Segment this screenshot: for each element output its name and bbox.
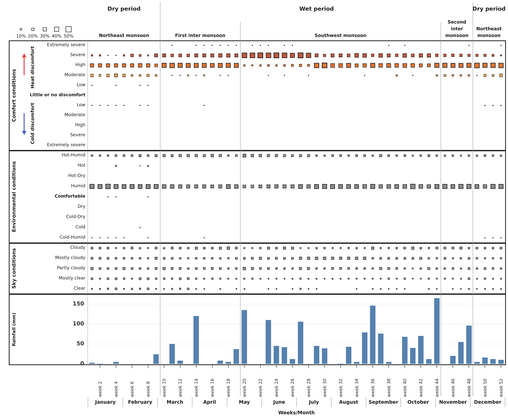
rain-bar xyxy=(410,348,416,364)
marker-square xyxy=(316,247,318,249)
period-label: Dry period xyxy=(448,5,508,12)
marker-square xyxy=(123,267,125,270)
row-label: Partly cloudy xyxy=(27,265,85,270)
marker-square xyxy=(203,154,206,157)
marker-square xyxy=(340,247,342,249)
week-tick xyxy=(437,365,437,368)
marker-square xyxy=(219,247,222,250)
marker-square xyxy=(452,247,454,249)
gridline xyxy=(88,324,504,324)
rain-bar xyxy=(89,363,95,364)
week-label-text: week 52 xyxy=(498,369,504,397)
marker-dot xyxy=(476,75,478,76)
marker-square xyxy=(163,257,165,260)
marker-square xyxy=(283,185,287,188)
rain-bar xyxy=(322,348,327,364)
panel-group-label: Comfort conditions xyxy=(10,40,17,150)
marker-square xyxy=(138,184,142,189)
rain-bar xyxy=(266,320,271,364)
marker-dot xyxy=(116,85,117,86)
week-label: week 2 xyxy=(97,369,103,397)
marker-square xyxy=(459,54,463,57)
marker-square xyxy=(348,247,350,249)
marker-dot xyxy=(412,75,413,76)
marker-square xyxy=(331,267,334,270)
marker-square xyxy=(403,184,407,189)
legend-label: 40% xyxy=(51,33,62,38)
marker-dot xyxy=(196,75,197,76)
marker-square xyxy=(324,267,325,270)
marker-dot xyxy=(124,237,125,238)
week-tick xyxy=(405,365,405,368)
marker-square xyxy=(107,247,109,249)
marker-square xyxy=(492,257,494,259)
marker-square xyxy=(226,53,230,57)
marker-dot xyxy=(107,55,109,56)
marker-square xyxy=(459,63,463,68)
legend-label: 20% xyxy=(27,33,39,38)
marker-square xyxy=(484,278,486,280)
legend-square-icon xyxy=(66,26,72,32)
marker-dot xyxy=(147,85,149,86)
marker-square xyxy=(436,257,438,259)
marker-square xyxy=(346,184,351,189)
marker-square xyxy=(324,155,326,157)
discomfort-side-label: Cold discomfort xyxy=(29,101,36,145)
marker-square xyxy=(211,154,214,157)
panel-group-label-text: Environmental conditions xyxy=(11,161,17,232)
marker-square xyxy=(396,278,398,279)
marker-square xyxy=(122,184,126,189)
marker-square xyxy=(339,63,343,68)
heat-arrow-icon xyxy=(24,57,25,75)
marker-square xyxy=(411,247,414,250)
marker-square xyxy=(218,185,222,188)
marker-square xyxy=(370,63,375,68)
heat-arrow-head-icon xyxy=(22,53,26,57)
marker-square xyxy=(428,288,430,290)
marker-square xyxy=(460,268,462,270)
row-label: Cloudy xyxy=(27,245,85,250)
marker-square xyxy=(380,278,382,279)
y-tick-label: 150 xyxy=(61,300,84,307)
row-label: Humid xyxy=(27,183,85,188)
marker-square xyxy=(443,54,446,57)
week-label-text: week 4 xyxy=(113,369,118,397)
marker-square xyxy=(98,184,103,189)
marker-square xyxy=(315,257,318,260)
marker-square xyxy=(179,288,181,290)
marker-square xyxy=(268,278,269,279)
marker-square xyxy=(243,185,246,188)
marker-square xyxy=(452,155,454,157)
marker-square xyxy=(372,257,374,259)
marker-square xyxy=(155,154,157,157)
marker-square xyxy=(211,267,214,270)
marker-square xyxy=(194,185,198,188)
marker-square xyxy=(99,288,101,290)
marker-square xyxy=(171,54,174,57)
rain-bar xyxy=(466,326,472,364)
marker-square xyxy=(147,55,149,56)
rain-bar xyxy=(354,362,359,364)
marker-square xyxy=(99,155,101,157)
season-divider-line xyxy=(160,2,160,396)
marker-square xyxy=(275,154,278,157)
marker-square xyxy=(322,184,327,189)
marker-square xyxy=(410,184,415,189)
marker-square xyxy=(162,63,167,68)
marker-square xyxy=(420,155,422,157)
marker-square xyxy=(139,247,141,249)
marker-square xyxy=(211,278,214,280)
marker-square xyxy=(331,53,334,57)
week-label: week 46 xyxy=(450,369,456,397)
marker-square xyxy=(460,155,462,157)
week-label: week 40 xyxy=(402,369,408,397)
monsoon-label-text: Northeast monsoon xyxy=(99,32,149,39)
monsoon-label: Southwest monsoon xyxy=(241,15,440,39)
marker-dot xyxy=(91,237,92,238)
marker-square xyxy=(388,278,390,280)
week-tick xyxy=(276,365,277,368)
marker-square xyxy=(314,184,319,189)
marker-square xyxy=(275,257,278,260)
row-label: Mostly clear xyxy=(27,275,85,280)
marker-square xyxy=(155,64,158,67)
